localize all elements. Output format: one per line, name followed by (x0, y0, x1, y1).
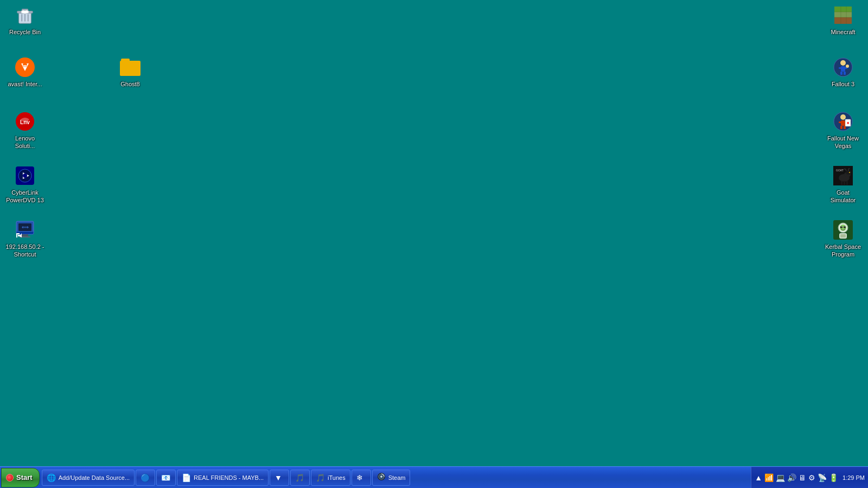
svg-rect-39 (844, 72, 846, 75)
desktop: Recycle Bin avast! Inter... Ghost8 (0, 0, 868, 466)
taskbar-media[interactable]: 📄 REAL FRIENDS - MAYB... (177, 470, 269, 486)
steam-label: Steam (388, 474, 406, 481)
lenovo-label: Lenovo Soluti... (5, 134, 44, 150)
svg-rect-44 (839, 121, 842, 123)
avast-icon[interactable]: avast! Inter... (3, 54, 47, 90)
svg-rect-27 (834, 7, 852, 12)
start-button[interactable]: Start (1, 468, 40, 487)
taskbar-snow[interactable]: ❄ (352, 470, 371, 486)
itunes-icon: 🎵 (316, 473, 325, 482)
ghost8-label: Ghost8 (120, 80, 139, 88)
svg-point-71 (380, 476, 382, 478)
taskbar-arrow[interactable]: ▼ (270, 470, 289, 486)
tray-time[interactable]: 1:29 PM (843, 474, 865, 481)
snow-icon: ❄ (356, 473, 363, 482)
svg-point-64 (844, 226, 846, 228)
tray-show-hidden[interactable]: ▲ (755, 473, 762, 482)
steam-icon (377, 472, 386, 483)
tray-network-monitor[interactable]: 📶 (764, 473, 774, 482)
svg-point-66 (845, 227, 845, 227)
media-label: REAL FRIENDS - MAYB... (194, 474, 264, 481)
svg-text:⟺: ⟺ (22, 224, 29, 230)
svg-rect-46 (840, 126, 843, 129)
svg-rect-55 (841, 181, 843, 185)
recycle-bin-icon[interactable]: Recycle Bin (3, 2, 47, 38)
svg-point-63 (840, 226, 843, 228)
taskbar-ie[interactable]: 🔵 (136, 470, 155, 486)
svg-point-14 (23, 174, 27, 178)
tray-audio[interactable]: 🔊 (787, 473, 796, 482)
taskbar-spotify[interactable]: 🎵 (290, 470, 310, 486)
taskbar-items: 🌐 Add/Update Data Source... 🔵 📧 📄 REAL F… (40, 467, 751, 488)
tray-battery[interactable]: 🔋 (829, 473, 838, 482)
svg-rect-36 (839, 67, 842, 69)
svg-rect-26 (834, 17, 852, 24)
svg-rect-38 (840, 72, 843, 75)
svg-point-53 (846, 170, 851, 175)
itunes-label: iTunes (328, 474, 346, 481)
fallout-nv-label: Fallout New Vegas (824, 134, 863, 150)
goat-icon[interactable]: GOAT Goat Simulator (821, 163, 865, 207)
tray-hardware[interactable]: 💻 (776, 473, 785, 482)
svg-text:GOAT: GOAT (836, 169, 844, 172)
svg-rect-35 (841, 66, 845, 72)
svg-point-34 (840, 60, 846, 66)
tray-wifi[interactable]: 📡 (818, 473, 827, 482)
taskbar-outlook[interactable]: 📧 (156, 470, 176, 486)
spotify-icon: 🎵 (295, 473, 304, 482)
minecraft-icon[interactable]: Minecraft (821, 2, 865, 38)
taskbar-steam[interactable]: Steam (372, 470, 411, 486)
chrome-label: Add/Update Data Source... (59, 474, 130, 481)
recycle-bin-label: Recycle Bin (9, 28, 41, 36)
svg-point-42 (840, 114, 846, 120)
svg-point-40 (846, 65, 849, 68)
svg-rect-68 (840, 234, 846, 237)
chrome-icon: 🌐 (47, 473, 56, 482)
ie-icon: 🔵 (141, 473, 150, 482)
taskbar: Start 🌐 Add/Update Data Source... 🔵 📧 📄 … (0, 466, 868, 488)
media-icon: 📄 (182, 473, 191, 482)
cyberlink-label: CyberLink PowerDVD 13 (5, 189, 44, 204)
tray-settings[interactable]: ⚙ (808, 473, 815, 482)
goat-label: Goat Simulator (824, 189, 863, 204)
lenovo-icon[interactable]: Lnv Lenovo Soluti... (3, 108, 47, 152)
svg-rect-17 (22, 234, 28, 236)
ghost8-icon[interactable]: Ghost8 (108, 54, 152, 90)
taskbar-itunes[interactable]: 🎵 iTunes (311, 470, 350, 486)
start-label: Start (16, 473, 33, 481)
arrow-icon: ▼ (275, 473, 282, 482)
kerbal-label: Kerbal Space Program (824, 243, 863, 259)
fallout3-icon[interactable]: Fallout 3 (821, 54, 865, 90)
svg-rect-56 (844, 181, 845, 185)
fallout3-label: Fallout 3 (832, 80, 854, 88)
svg-point-54 (849, 172, 850, 173)
network-icon[interactable]: ⟺ 192.168.50.2 - Shortcut (3, 217, 47, 261)
network-label: 192.168.50.2 - Shortcut (5, 243, 44, 259)
cyberlink-icon[interactable]: CyberLink PowerDVD 13 (3, 163, 47, 207)
avast-label: avast! Inter... (8, 80, 42, 88)
svg-point-65 (841, 227, 842, 227)
svg-rect-57 (846, 181, 848, 185)
svg-rect-28 (834, 12, 852, 17)
tray-time-display: 1:29 PM (843, 474, 865, 481)
minecraft-label: Minecraft (831, 28, 855, 36)
svg-rect-43 (841, 120, 845, 126)
fallout-nv-icon[interactable]: ♠ Fallout New Vegas (821, 108, 865, 152)
start-orb (6, 474, 14, 481)
tray-display[interactable]: 🖥 (799, 473, 806, 482)
taskbar-chrome[interactable]: 🌐 Add/Update Data Source... (42, 470, 135, 486)
outlook-icon: 📧 (161, 473, 170, 482)
kerbal-icon[interactable]: Kerbal Space Program (821, 217, 865, 261)
system-tray: ▲ 📶 💻 🔊 🖥 ⚙ 📡 🔋 1:29 PM (751, 467, 868, 488)
